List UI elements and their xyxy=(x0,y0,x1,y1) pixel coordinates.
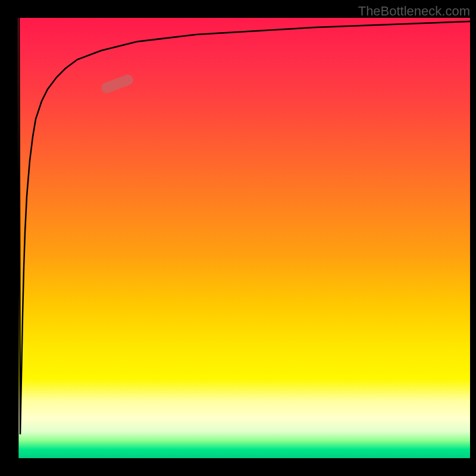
curve-path xyxy=(18,18,470,458)
chart-curve-svg xyxy=(18,18,470,458)
watermark-text: TheBottleneck.com xyxy=(358,4,470,19)
